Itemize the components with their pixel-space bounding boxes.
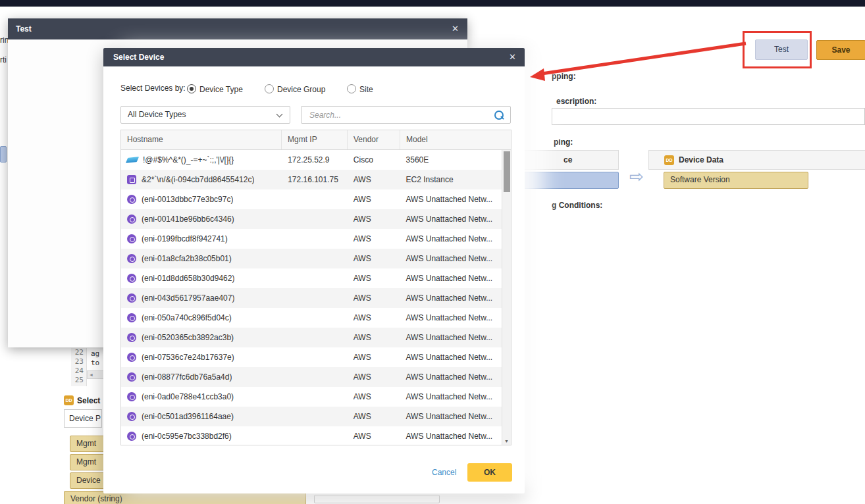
cell-model: AWS Unattached Netw... xyxy=(400,293,502,303)
select-device-dialog-header[interactable]: Select Device ✕ xyxy=(103,48,525,66)
source-field-box[interactable] xyxy=(521,172,619,189)
table-row[interactable]: (eni-0c501ad3961164aae) AWS AWS Unattach… xyxy=(121,407,502,426)
column-header-mgmt-ip: Mgmt IP xyxy=(282,130,348,149)
code-line: to xyxy=(91,359,99,368)
table-row[interactable]: (eni-00141be96bb6c4346) AWS AWS Unattach… xyxy=(121,209,502,229)
radio-site-label[interactable]: Site xyxy=(359,85,373,94)
cell-model: AWS Unattached Netw... xyxy=(400,432,502,441)
table-row[interactable]: (eni-043d5617957aae407) AWS AWS Unattach… xyxy=(121,288,502,308)
cell-hostname: (eni-01d8dd658b30d9462) xyxy=(142,274,234,283)
scrollbar-thumb[interactable] xyxy=(504,151,510,192)
device-icon xyxy=(127,234,136,243)
table-row[interactable]: (eni-01a8cfa2b38c05b01) AWS AWS Unattach… xyxy=(121,249,502,268)
cell-hostname: (eni-0199fbcdf8f942741) xyxy=(142,234,228,243)
cell-hostname: &2*`\n/&(i-094cb7dd86455412c) xyxy=(142,175,254,184)
source-panel-title-fragment: ce xyxy=(564,155,572,164)
device-icon xyxy=(127,175,136,184)
device-icon xyxy=(127,274,136,283)
table-row[interactable]: (eni-0199fbcdf8f942741) AWS AWS Unattach… xyxy=(121,229,502,249)
table-row[interactable]: (eni-0520365cb3892ac3b) AWS AWS Unattach… xyxy=(121,328,502,347)
cell-model: AWS Unattached Netw... xyxy=(400,333,502,342)
cell-model: AWS Unattached Netw... xyxy=(400,274,502,283)
cell-model: AWS Unattached Netw... xyxy=(400,254,502,263)
cell-vendor: AWS xyxy=(347,234,400,243)
device-type-dropdown[interactable]: All Device Types xyxy=(120,106,290,124)
device-icon xyxy=(127,195,136,204)
radio-site[interactable] xyxy=(347,84,356,93)
device-icon xyxy=(127,353,136,362)
cell-hostname-wrap: (eni-01a8cfa2b38c05b01) xyxy=(121,254,281,263)
cell-vendor: AWS xyxy=(347,412,400,421)
test-button[interactable]: Test xyxy=(755,39,808,60)
table-row[interactable]: (eni-050a740c896f5d04c) AWS AWS Unattach… xyxy=(121,308,502,328)
cell-hostname: (eni-00141be96bb6c4346) xyxy=(142,214,234,224)
cell-vendor: Cisco xyxy=(347,155,400,164)
target-field-software-version[interactable]: Software Version xyxy=(664,172,808,189)
table-row[interactable]: &2*`\n/&(i-094cb7dd86455412c) 172.16.101… xyxy=(121,170,502,189)
line-number: 23 xyxy=(71,357,84,366)
table-row[interactable]: !@#$%^&*()_-=+~`:;,'|\/[]{} 172.25.52.9 … xyxy=(121,150,502,170)
table-row[interactable]: (eni-07536c7e24b17637e) AWS AWS Unattach… xyxy=(121,347,502,367)
device-icon xyxy=(127,333,136,342)
cell-hostname-wrap: !@#$%^&*()_-=+~`:;,'|\/[]{} xyxy=(121,155,281,164)
cell-model: AWS Unattached Netw... xyxy=(400,313,502,322)
cell-model: AWS Unattached Netw... xyxy=(400,412,502,421)
device-icon xyxy=(127,214,136,224)
cell-vendor: AWS xyxy=(347,274,400,283)
cell-model: AWS Unattached Netw... xyxy=(400,214,502,224)
device-table-header: Hostname Mgmt IP Vendor Model xyxy=(121,130,511,150)
table-scrollbar[interactable]: ▼ xyxy=(502,150,511,445)
cell-vendor: AWS xyxy=(347,432,400,441)
select-section-label: Select xyxy=(77,396,100,405)
cancel-button[interactable]: Cancel xyxy=(432,468,456,477)
code-line: ag xyxy=(91,349,99,359)
cell-hostname-wrap: (eni-07536c7e24b17637e) xyxy=(121,353,281,362)
cell-hostname-wrap: (eni-0c595e7bc338bd2f6) xyxy=(121,432,281,441)
cell-hostname-wrap: (eni-0013dbbc77e3bc97c) xyxy=(121,195,281,204)
cell-vendor: AWS xyxy=(347,392,400,401)
radio-device-group[interactable] xyxy=(265,84,274,93)
search-input[interactable] xyxy=(301,107,486,123)
table-row[interactable]: (eni-08877fc6db76a5a4d) AWS AWS Unattach… xyxy=(121,367,502,387)
save-button[interactable]: Save xyxy=(816,40,865,60)
search-icon[interactable] xyxy=(494,110,504,120)
device-data-panel-header: DD Device Data xyxy=(648,150,865,170)
cell-vendor: AWS xyxy=(347,195,400,204)
cell-vendor: AWS xyxy=(347,214,400,224)
conditions-label-fragment: g Conditions: xyxy=(552,201,602,210)
source-panel-header: ce xyxy=(521,150,619,170)
table-row[interactable]: (eni-0c595e7bc338bd2f6) AWS AWS Unattach… xyxy=(121,426,502,445)
scroll-left-arrow-icon[interactable]: ◄ xyxy=(89,371,93,378)
editor-line-number-gutter: 22 23 24 25 xyxy=(71,348,87,386)
ok-button[interactable]: OK xyxy=(467,463,512,482)
scroll-down-arrow-icon[interactable]: ▼ xyxy=(502,439,511,443)
device-icon xyxy=(127,293,136,303)
close-icon[interactable]: ✕ xyxy=(509,48,516,66)
mapping-label-fragment: pping: xyxy=(552,72,576,81)
column-header-vendor: Vendor xyxy=(348,130,400,149)
search-box xyxy=(301,106,511,124)
radio-device-group-label[interactable]: Device Group xyxy=(277,85,325,94)
close-icon[interactable]: ✕ xyxy=(452,18,459,39)
tab-device-properties[interactable]: Device P xyxy=(64,409,102,428)
editor-horizontal-scrollbar[interactable]: ◄ xyxy=(87,370,104,379)
test-dialog-header[interactable]: Test ✕ xyxy=(8,18,467,39)
table-row[interactable]: (eni-01d8dd658b30d9462) AWS AWS Unattach… xyxy=(121,268,502,288)
cell-vendor: AWS xyxy=(347,372,400,382)
selected-field-chip[interactable] xyxy=(0,146,7,163)
cell-hostname: (eni-0013dbbc77e3bc97c) xyxy=(142,195,233,204)
column-header-model: Model xyxy=(400,130,503,149)
cell-vendor: AWS xyxy=(347,293,400,303)
line-number: 22 xyxy=(71,348,84,357)
description-input[interactable] xyxy=(552,108,865,125)
device-icon xyxy=(127,313,136,322)
chevron-down-icon xyxy=(276,111,283,118)
mapping-arrow-icon: ⇨ xyxy=(629,167,644,186)
radio-device-type[interactable] xyxy=(187,84,196,93)
radio-device-type-label[interactable]: Device Type xyxy=(199,85,243,94)
cell-hostname-wrap: (eni-08877fc6db76a5a4d) xyxy=(121,372,281,382)
cell-hostname-wrap: (eni-050a740c896f5d04c) xyxy=(121,313,281,322)
select-device-dialog-title: Select Device xyxy=(113,53,164,62)
table-row[interactable]: (eni-0013dbbc77e3bc97c) AWS AWS Unattach… xyxy=(121,189,502,209)
table-row[interactable]: (eni-0ad0e788e41ccb3a0) AWS AWS Unattach… xyxy=(121,387,502,407)
